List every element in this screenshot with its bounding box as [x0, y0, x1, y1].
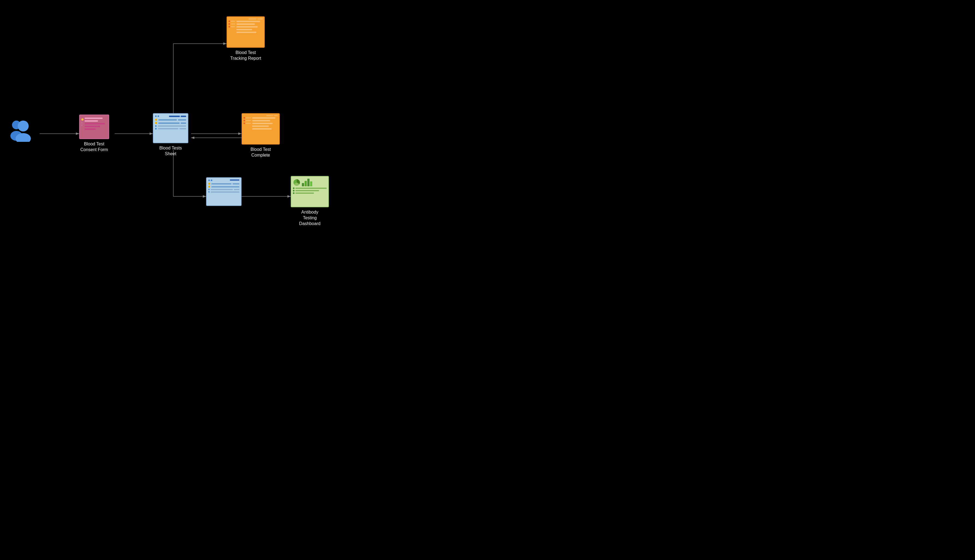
blood-tests-sheet2-node[interactable] — [206, 177, 242, 206]
consent-form-node[interactable]: Blood TestConsent Form — [79, 115, 109, 153]
consent-form-label: Blood TestConsent Form — [80, 141, 108, 153]
blood-tests-sheet-node[interactable]: Blood TestsSheet — [153, 113, 188, 157]
blood-tests-sheet-card — [153, 113, 188, 143]
blood-test-complete-label: Blood TestComplete — [250, 147, 271, 158]
antibody-testing-label: AntibodyTestingDashboard — [299, 210, 321, 227]
blood-tests-sheet-label: Blood TestsSheet — [159, 145, 182, 157]
antibody-testing-node[interactable]: AntibodyTestingDashboard — [291, 176, 329, 227]
antibody-testing-card — [291, 176, 329, 207]
consent-form-card — [79, 115, 109, 139]
blood-tests-sheet2-card — [206, 177, 242, 206]
diagram-container: Blood TestConsent Form — [0, 0, 488, 280]
tracking-report-card — [227, 17, 265, 48]
people-icon — [8, 117, 33, 142]
blood-test-complete-node[interactable]: Blood TestComplete — [242, 113, 280, 158]
tracking-report-node[interactable]: Blood TestTracking Report — [227, 17, 265, 62]
svg-point-8 — [18, 120, 28, 132]
tracking-report-label: Blood TestTracking Report — [230, 50, 261, 62]
pie-chart-icon — [293, 179, 301, 186]
bar-chart-icon — [302, 178, 312, 186]
blood-test-complete-card — [242, 113, 280, 145]
people-node — [8, 117, 33, 142]
